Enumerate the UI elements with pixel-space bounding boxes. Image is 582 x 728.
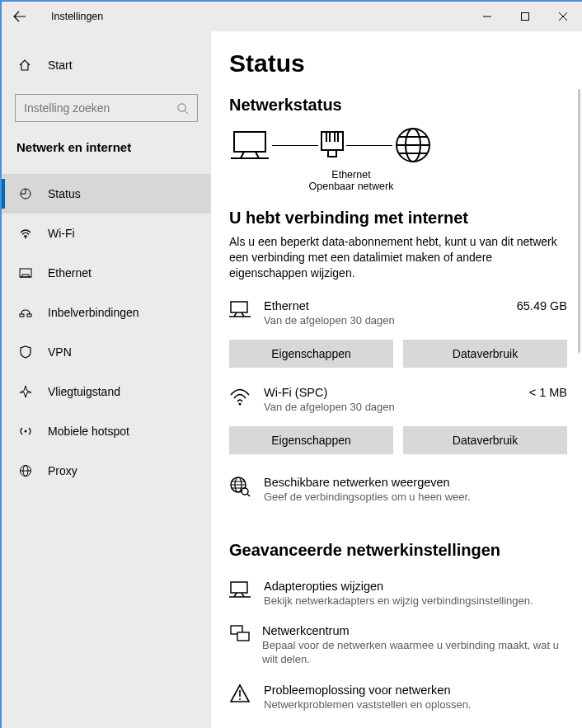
- connection-subtitle: Van de afgelopen 30 dagen: [264, 314, 510, 326]
- connected-paragraph: Als u een beperkt data-abonnement hebt, …: [229, 234, 567, 281]
- sidebar: Start Netwerk en internet StatusWi-FiEth…: [2, 31, 211, 728]
- advanced-link-subtitle: Bepaal voor de netwerken waarmee u verbi…: [262, 639, 567, 667]
- wifi-icon: [229, 386, 251, 406]
- sidebar-item-label: Wi-Fi: [48, 227, 75, 240]
- svg-rect-23: [237, 632, 249, 641]
- troubleshoot-icon: [229, 683, 251, 703]
- svg-rect-7: [27, 314, 31, 317]
- title-bar: Instellingen: [2, 2, 582, 31]
- sidebar-item-label: Status: [48, 187, 81, 200]
- sidebar-item-dialup[interactable]: Inbelverbindingen: [2, 293, 211, 332]
- svg-point-8: [25, 430, 27, 433]
- section-network-status: Netwerkstatus: [229, 96, 572, 115]
- minimize-icon: [483, 12, 491, 21]
- globe-search-icon: [229, 476, 251, 497]
- search-icon: [176, 102, 189, 115]
- window-title: Instellingen: [51, 11, 103, 22]
- show-networks-title: Beschikbare netwerken weergeven: [264, 476, 471, 489]
- show-networks-subtitle: Geef de verbindingsopties om u heen weer…: [264, 491, 471, 505]
- connection-name: Ethernet: [264, 299, 510, 312]
- network-diagram: [229, 126, 572, 164]
- show-networks-link[interactable]: Beschikbare netwerken weergeven Geef de …: [229, 467, 567, 513]
- ethernet-icon: [19, 266, 32, 279]
- search-input[interactable]: [24, 101, 176, 115]
- svg-rect-11: [234, 132, 265, 152]
- maximize-icon: [521, 12, 529, 21]
- sidebar-item-label: Inbelverbindingen: [48, 306, 139, 319]
- connection-value: < 1 MB: [529, 386, 567, 399]
- sidebar-item-proxy[interactable]: Proxy: [2, 451, 211, 491]
- properties-button[interactable]: Eigenschappen: [229, 426, 393, 454]
- connection-row: EthernetVan de afgelopen 30 dagen65.49 G…: [229, 294, 567, 331]
- sidebar-group-title: Netwerk en internet: [16, 140, 211, 154]
- advanced-link-troubleshoot[interactable]: Probleemoplossing voor netwerkenNetwerkp…: [229, 675, 567, 721]
- sidebar-item-vpn[interactable]: VPN: [2, 332, 211, 372]
- sidebar-item-label: VPN: [48, 345, 72, 359]
- properties-button[interactable]: Eigenschappen: [229, 340, 393, 368]
- diagram-label-top: Ethernet: [302, 169, 401, 181]
- sidebar-item-label: Mobiele hotspot: [48, 425, 129, 438]
- airplane-icon: [19, 385, 32, 398]
- svg-point-3: [25, 237, 26, 239]
- ethernet-icon: [229, 299, 251, 319]
- svg-rect-13: [328, 150, 336, 157]
- svg-rect-21: [231, 582, 247, 593]
- svg-rect-4: [20, 269, 31, 277]
- connected-heading: U hebt verbinding met internet: [229, 209, 572, 228]
- connection-row: Wi-Fi (SPC)Van de afgelopen 30 dagen< 1 …: [229, 381, 567, 418]
- connection-value: 65.49 GB: [517, 299, 567, 312]
- svg-point-24: [239, 698, 241, 700]
- svg-rect-5: [22, 275, 29, 277]
- svg-point-1: [178, 103, 185, 110]
- data-usage-button[interactable]: Dataverbruik: [403, 340, 567, 368]
- dialup-icon: [19, 306, 32, 319]
- proxy-icon: [19, 464, 32, 477]
- svg-rect-16: [231, 302, 247, 312]
- svg-rect-12: [322, 132, 343, 150]
- home-icon: [18, 59, 31, 72]
- hotspot-icon: [19, 425, 32, 438]
- adapters-icon: [229, 580, 251, 599]
- vpn-icon: [19, 345, 32, 359]
- sidebar-item-ethernet[interactable]: Ethernet: [2, 253, 211, 293]
- advanced-link-title: Netwerkcentrum: [262, 624, 567, 637]
- svg-rect-6: [20, 314, 24, 317]
- advanced-link-adapters[interactable]: Adapteropties wijzigenBekijk netwerkadap…: [229, 571, 567, 617]
- page-title: Status: [229, 49, 572, 77]
- minimize-button[interactable]: [468, 2, 506, 31]
- wifi-icon: [19, 227, 32, 240]
- ethernet-plug-icon: [320, 129, 345, 162]
- svg-point-17: [239, 402, 242, 405]
- arrow-left-icon: [13, 10, 26, 23]
- main-content: Status Netwerkstatus: [211, 31, 582, 728]
- sidebar-item-status[interactable]: Status: [2, 174, 211, 214]
- connection-name: Wi-Fi (SPC): [264, 386, 523, 399]
- sidebar-item-hotspot[interactable]: Mobiele hotspot: [2, 411, 211, 451]
- computer-icon: [229, 129, 270, 162]
- advanced-link-title: Adapteropties wijzigen: [264, 580, 533, 593]
- advanced-link-sharing[interactable]: NetwerkcentrumBepaal voor de netwerken w…: [229, 616, 567, 675]
- scrollbar[interactable]: [578, 89, 580, 353]
- diagram-label-bottom: Openbaar netwerk: [302, 181, 401, 192]
- svg-point-20: [242, 488, 248, 495]
- maximize-button[interactable]: [506, 2, 544, 31]
- sidebar-item-label: Ethernet: [48, 266, 92, 279]
- close-icon: [559, 12, 567, 21]
- svg-rect-0: [522, 13, 529, 21]
- sharing-icon: [229, 624, 251, 644]
- home-label: Start: [48, 59, 73, 72]
- connection-subtitle: Van de afgelopen 30 dagen: [264, 401, 523, 413]
- sidebar-item-wifi[interactable]: Wi-Fi: [2, 214, 211, 253]
- globe-icon: [394, 126, 432, 164]
- close-button[interactable]: [544, 2, 582, 31]
- status-icon: [19, 187, 32, 200]
- home-button[interactable]: Start: [2, 49, 211, 81]
- back-button[interactable]: [8, 5, 31, 28]
- advanced-link-subtitle: Netwerkproblemen vaststellen en oplossen…: [264, 698, 471, 712]
- section-advanced: Geavanceerde netwerkinstellingen: [229, 541, 572, 560]
- data-usage-button[interactable]: Dataverbruik: [403, 426, 567, 454]
- advanced-link-title: Probleemoplossing voor netwerken: [264, 683, 471, 697]
- advanced-link-subtitle: Bekijk netwerkadapters en wijzig verbind…: [264, 594, 533, 608]
- sidebar-item-airplane[interactable]: Vliegtuigstand: [2, 372, 211, 411]
- search-box[interactable]: [15, 94, 198, 122]
